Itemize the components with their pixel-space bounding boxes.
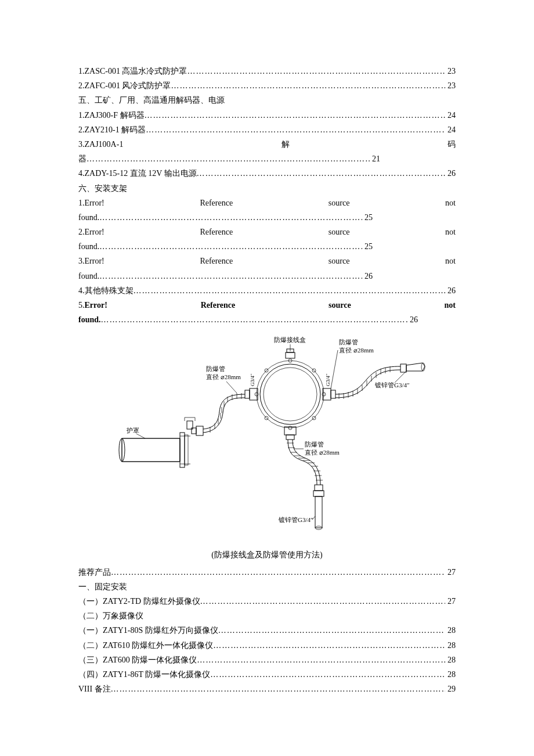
toc-error-line-bold: 5.Error! Reference source not	[78, 298, 456, 312]
toc-leader: ……………………………………………………………………………………………………………	[171, 78, 445, 93]
junction-box-diagram: .lin { stroke:#000; stroke-width:1; fill…	[104, 330, 430, 545]
error-word: not	[445, 254, 456, 268]
error-word: Reference	[200, 196, 233, 210]
label-pipe-l-2: 直径 ⌀28mm	[206, 373, 241, 380]
toc-error-found: found. …………………………………………………………………………………………	[78, 269, 373, 283]
svg-point-1	[264, 368, 317, 421]
toc-leader: ……………………………………………………………………………………………………………	[99, 210, 362, 225]
toc-page: 28	[445, 623, 456, 638]
label-junction-box: 防爆接线盒	[274, 336, 306, 343]
toc-error-line: 1.Error! Reference source not	[78, 196, 456, 210]
section-heading-6: 六、安装支架	[78, 181, 456, 196]
error-word: Reference	[200, 254, 233, 268]
error-word: 5.Error!	[78, 298, 107, 312]
error-word: 3.Error!	[78, 254, 104, 268]
error-found: found.	[78, 312, 101, 327]
toc-entry-continuation: 器 ………………………………………………………………………………………………………	[78, 152, 380, 166]
svg-point-2	[257, 361, 324, 428]
toc-label: 器	[78, 152, 86, 166]
svg-rect-67	[315, 485, 323, 491]
toc-label: （一）ZATY1-80S 防爆红外万向摄像仪	[78, 623, 218, 638]
svg-line-74	[395, 371, 406, 383]
toc-leader: ……………………………………………………………………………………………………………	[134, 283, 446, 298]
svg-rect-18	[286, 435, 294, 440]
document-page: 1.ZASC-001 高温水冷式防护罩 ………………………………………………………	[0, 0, 534, 756]
error-word: source	[329, 298, 351, 312]
toc-page: 25	[362, 239, 373, 254]
svg-rect-34	[180, 433, 185, 467]
section-heading-wan: （二）万象摄像仪	[78, 609, 456, 623]
toc-page: 26	[445, 166, 456, 181]
toc-label: 1.ZASC-001 高温水冷式防护罩	[78, 64, 187, 78]
error-word: source	[329, 254, 350, 268]
svg-rect-32	[122, 438, 180, 462]
toc-label: VIII 备注	[78, 682, 111, 696]
toc-page: 28	[445, 653, 456, 667]
toc-entry: （四）ZATY1-86T 防爆一体化摄像仪 …………………………………………………	[78, 667, 456, 682]
toc-leader: ……………………………………………………………………………………………………………	[146, 123, 445, 137]
toc-error-line: 3.Error! Reference source not	[78, 254, 456, 268]
error-found: found.	[78, 239, 99, 254]
toc-entry: （一）ZATY2-TD 防爆红外摄像仪 ………………………………………………………	[78, 594, 456, 609]
toc-entry: （一）ZATY1-80S 防爆红外万向摄像仪 ………………………………………………	[78, 623, 456, 638]
toc-label: 2.ZAY210-1 解码器	[78, 123, 146, 137]
toc-page: 26	[407, 312, 418, 327]
section-heading-fixed: 一、固定安装	[78, 579, 456, 594]
toc-leader: ……………………………………………………………………………………………………………	[197, 166, 445, 181]
toc-entry: 推荐产品 ………………………………………………………………………………………………	[78, 565, 456, 579]
toc-error-found: found. …………………………………………………………………………………………	[78, 210, 373, 225]
error-word: 1.Error!	[78, 196, 104, 210]
error-word: source	[329, 225, 350, 239]
label-pipe-r-1: 防爆管	[339, 339, 358, 345]
toc-entry-split: 3.ZAJ100A-1 解 码	[78, 137, 456, 152]
toc-page: 23	[445, 78, 456, 93]
svg-line-72	[331, 350, 338, 388]
svg-rect-54	[400, 364, 406, 372]
svg-rect-31	[122, 438, 180, 462]
diagram-svg: .lin { stroke:#000; stroke-width:1; fill…	[104, 330, 430, 545]
toc-leader: ……………………………………………………………………………………………………………	[210, 667, 445, 682]
toc-entry: 2.ZAY210-1 解码器 ……………………………………………………………………	[78, 123, 456, 137]
toc-leader: ……………………………………………………………………………………………………………	[99, 239, 362, 254]
figure-caption: (防爆接线盒及防爆管使用方法)	[78, 548, 456, 562]
label-pipe-r-2: 直径 ⌀28mm	[339, 347, 374, 354]
label-galv-pipe-b: 镀锌管G3/4″	[278, 516, 313, 523]
toc-label: 4.ZADY-15-12 直流 12V 输出电源	[78, 166, 197, 181]
toc-page: 27	[445, 594, 456, 609]
toc-page: 29	[445, 682, 456, 696]
toc-label: 4.其他特殊支架	[78, 283, 134, 298]
svg-rect-16	[331, 390, 335, 398]
error-word: source	[329, 196, 350, 210]
toc-page: 26	[445, 283, 456, 298]
label-pipe-b-2: 直径 ⌀28mm	[305, 449, 340, 456]
toc-label-part: 解	[282, 137, 290, 152]
svg-point-0	[260, 364, 320, 424]
toc-error-found: found. …………………………………………………………………………………………	[78, 239, 373, 254]
toc-leader: ……………………………………………………………………………………………………………	[213, 638, 445, 653]
svg-line-75	[136, 434, 145, 438]
toc-leader: ……………………………………………………………………………………………………………	[197, 653, 445, 667]
dim-g34-left: G3/4″	[250, 373, 255, 386]
error-found: found.	[78, 269, 99, 283]
toc-leader: ……………………………………………………………………………………………………………	[86, 152, 370, 166]
toc-leader: ……………………………………………………………………………………………………………	[111, 682, 445, 696]
toc-entry: （二）ZAT610 防爆红外一体化摄像仪 ……………………………………………………	[78, 638, 456, 653]
toc-leader: ……………………………………………………………………………………………………………	[200, 594, 445, 609]
svg-rect-29	[196, 426, 203, 435]
toc-page: 28	[445, 667, 456, 682]
toc-entry: 1.ZASC-001 高温水冷式防护罩 ………………………………………………………	[78, 64, 456, 78]
toc-error-line: 2.Error! Reference source not	[78, 225, 456, 239]
toc-label: （四）ZATY1-86T 防爆一体化摄像仪	[78, 667, 210, 682]
toc-leader: ……………………………………………………………………………………………………………	[187, 64, 445, 78]
toc-page: 26	[362, 269, 373, 283]
section-heading-5: 五、工矿、厂用、高温通用解码器、电源	[78, 93, 456, 107]
toc-label: （三）ZAT600 防爆一体化摄像仪	[78, 653, 197, 667]
toc-label: （一）ZATY2-TD 防爆红外摄像仪	[78, 594, 200, 609]
toc-leader: ……………………………………………………………………………………………………………	[99, 269, 362, 283]
toc-leader: ……………………………………………………………………………………………………………	[111, 565, 445, 579]
error-word: not	[445, 196, 456, 210]
toc-label: 2.ZAFC-001 风冷式防护罩	[78, 78, 171, 93]
toc-page: 28	[445, 638, 456, 653]
toc-page: 21	[370, 152, 380, 166]
toc-label: 1.ZAJ300-F 解码器	[78, 108, 145, 123]
